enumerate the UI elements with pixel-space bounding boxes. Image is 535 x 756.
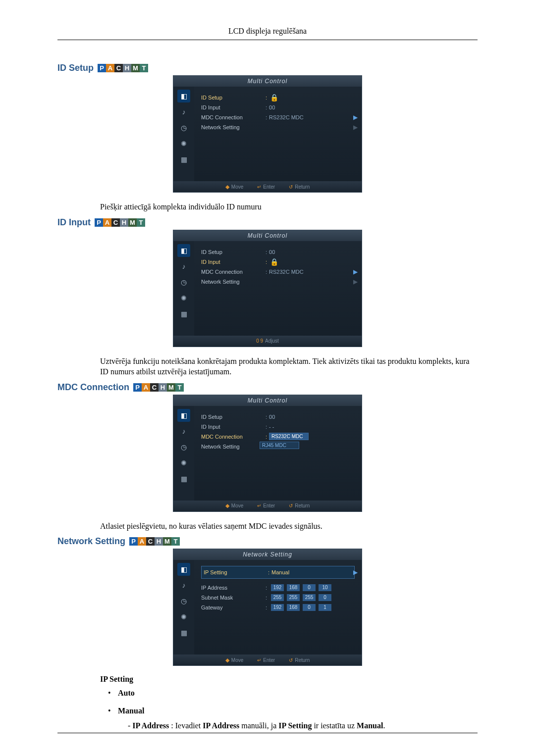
arrow-right-icon: ▶ [353, 569, 358, 576]
menu-id-input: ID Input [201, 104, 266, 110]
menu-mdc-connection: MDC Connection [201, 114, 266, 120]
osd-screenshot-mdc: Multi Control ◧ ♪ ◷ ✺ ▦ ID Setup: 00 ID … [57, 395, 478, 512]
return-icon: ↺ [289, 184, 293, 190]
arrow-right-icon: ▶ [353, 278, 358, 285]
osd-tab-clock-icon: ◷ [177, 441, 190, 454]
section-id-setup-desc: Piešķir attiecīgā komplekta individuālo … [100, 202, 478, 212]
osd-tab-multi-icon: ▦ [177, 307, 190, 320]
ip-setting-list: Auto Manual - IP Address : Ievadiet IP A… [108, 689, 478, 730]
document-page: LCD displeja regulēšana ID Setup P A C H… [0, 0, 535, 756]
move-icon: ◆ [225, 657, 229, 663]
osd-tab-sound-icon: ♪ [177, 579, 190, 592]
badge-c-icon: C [114, 64, 123, 72]
osd-tab-sound-icon: ♪ [177, 260, 190, 273]
osd-tab-sound-icon: ♪ [177, 105, 190, 118]
lock-icon: 🔒 [270, 258, 278, 266]
page-header: LCD displeja regulēšana [57, 27, 478, 40]
move-icon: ◆ [225, 184, 229, 190]
section-id-setup-title: ID Setup P A C H M T [57, 63, 478, 73]
osd-tab-picture-icon: ◧ [177, 90, 190, 102]
osd-tab-setup-icon: ✺ [177, 137, 190, 150]
osd-screenshot-id-setup: Multi Control ◧ ♪ ◷ ✺ ▦ ID Setup: 🔒 ID I… [57, 75, 478, 193]
bullet-manual: Manual - IP Address : Ievadiet IP Addres… [108, 706, 478, 730]
return-icon: ↺ [289, 503, 293, 508]
osd-tab-picture-icon: ◧ [177, 244, 190, 257]
enter-icon: ↵ [257, 503, 261, 508]
badge-m-icon: M [131, 64, 140, 72]
return-icon: ↺ [289, 657, 293, 663]
section-id-input-desc: Uztvērēja funkciju noteikšana konkrētaja… [100, 356, 478, 377]
bullet-auto: Auto [108, 689, 478, 698]
badge-h-icon: H [123, 64, 131, 72]
ip-address-label: IP Address [201, 585, 266, 591]
badge-t-icon: T [140, 64, 148, 72]
dropdown-option-selected: RS232C MDC [269, 433, 309, 440]
badge-a-icon: A [106, 64, 114, 72]
osd-tab-setup-icon: ✺ [177, 292, 190, 304]
enter-icon: ↵ [257, 657, 261, 663]
osd-screenshot-id-input: Multi Control ◧ ♪ ◷ ✺ ▦ ID Setup: 00 ID … [57, 230, 478, 347]
enter-icon: ↵ [257, 184, 261, 190]
osd-tab-multi-icon: ▦ [177, 153, 190, 166]
menu-network-setting: Network Setting [201, 124, 266, 130]
ip-setting-label: IP Setting [204, 569, 268, 575]
section-mdc-desc: Atlasiet pieslēgvietu, no kuras vēlaties… [100, 521, 478, 532]
osd-menu: ID Setup: 🔒 ID Input: 00 MDC Connection:… [194, 87, 362, 181]
dropdown-option: RJ45 MDC [260, 442, 299, 449]
osd-tab-picture-icon: ◧ [177, 563, 190, 576]
subnet-mask-label: Subnet Mask [201, 595, 266, 601]
osd-tab-multi-icon: ▦ [177, 472, 190, 485]
osd-tab-setup-icon: ✺ [177, 456, 190, 469]
osd-tab-picture-icon: ◧ [177, 409, 190, 422]
badge-row: P A C H M T [98, 64, 148, 72]
move-icon: ◆ [225, 503, 229, 509]
arrow-right-icon: ▶ [353, 124, 358, 131]
section-id-input-title: ID Input PACHMT [57, 217, 478, 228]
osd-tab-setup-icon: ✺ [177, 610, 190, 623]
osd-title: Multi Control [173, 76, 362, 87]
menu-id-setup: ID Setup [201, 95, 266, 101]
footer-rule [57, 733, 478, 733]
manual-note: - IP Address : Ievadiet IP Address manuā… [128, 721, 478, 730]
osd-tab-multi-icon: ▦ [177, 626, 190, 639]
section-network-title: Network Setting PACHMT [57, 536, 478, 547]
gateway-label: Gateway [201, 605, 266, 610]
arrow-right-icon: ▶ [353, 114, 358, 121]
badge-p-icon: P [98, 64, 106, 72]
osd-tab-clock-icon: ◷ [177, 595, 190, 607]
osd-sidebar: ◧ ♪ ◷ ✺ ▦ [173, 87, 194, 181]
osd-screenshot-network: Network Setting ◧ ♪ ◷ ✺ ▦ IP Setting: Ma… [57, 549, 478, 666]
osd-tab-sound-icon: ♪ [177, 425, 190, 438]
osd-tab-clock-icon: ◷ [177, 121, 190, 134]
lock-icon: 🔒 [270, 94, 278, 101]
section-title-text: ID Setup [57, 63, 94, 73]
section-mdc-title: MDC Connection PACHMT [57, 382, 478, 393]
osd-footer: ◆Move ↵Enter ↺Return [173, 181, 362, 192]
ip-setting-heading: IP Setting [100, 675, 478, 684]
arrow-right-icon: ▶ [353, 268, 358, 275]
num-keys-icon: 0 9 [256, 338, 263, 344]
osd-tab-clock-icon: ◷ [177, 276, 190, 289]
